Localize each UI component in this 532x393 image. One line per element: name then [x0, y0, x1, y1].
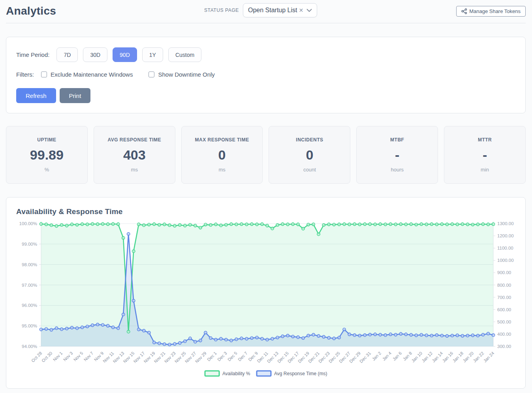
data-point[interactable]	[471, 223, 474, 226]
data-point[interactable]	[225, 338, 227, 341]
data-point[interactable]	[466, 223, 469, 226]
data-point[interactable]	[276, 224, 279, 226]
filter-checkbox-show-downtime-only[interactable]	[149, 71, 154, 77]
data-point[interactable]	[286, 334, 289, 337]
data-point[interactable]	[168, 343, 171, 346]
data-point[interactable]	[230, 223, 233, 226]
data-point[interactable]	[81, 223, 83, 226]
data-point[interactable]	[374, 223, 376, 226]
data-point[interactable]	[410, 333, 412, 336]
data-point[interactable]	[271, 227, 274, 230]
data-point[interactable]	[173, 342, 176, 345]
data-point[interactable]	[204, 331, 207, 334]
data-point[interactable]	[481, 333, 484, 336]
data-point[interactable]	[379, 223, 382, 226]
data-point[interactable]	[312, 223, 315, 226]
data-point[interactable]	[266, 338, 269, 341]
data-point[interactable]	[179, 224, 181, 226]
data-point[interactable]	[481, 223, 484, 226]
data-point[interactable]	[214, 338, 217, 341]
data-point[interactable]	[143, 329, 145, 332]
data-point[interactable]	[271, 337, 274, 340]
data-point[interactable]	[143, 224, 145, 227]
data-point[interactable]	[214, 223, 217, 226]
data-point[interactable]	[220, 224, 222, 227]
data-point[interactable]	[91, 324, 94, 327]
data-point[interactable]	[102, 222, 104, 225]
data-point[interactable]	[338, 336, 340, 339]
data-point[interactable]	[471, 334, 474, 337]
data-point[interactable]	[343, 223, 346, 226]
data-point[interactable]	[399, 223, 402, 226]
data-point[interactable]	[353, 334, 356, 337]
time-period-7d[interactable]: 7D	[56, 47, 78, 62]
data-point[interactable]	[55, 225, 58, 228]
data-point[interactable]	[333, 337, 335, 340]
data-point[interactable]	[163, 223, 166, 226]
data-point[interactable]	[112, 326, 115, 329]
data-point[interactable]	[75, 327, 78, 329]
time-period-1y[interactable]: 1Y	[142, 47, 163, 62]
data-point[interactable]	[65, 327, 68, 330]
data-point[interactable]	[132, 250, 135, 252]
data-point[interactable]	[415, 334, 417, 337]
data-point[interactable]	[179, 342, 181, 344]
data-point[interactable]	[420, 223, 423, 226]
time-period-90d[interactable]: 90D	[113, 47, 137, 62]
data-point[interactable]	[420, 333, 423, 336]
data-point[interactable]	[209, 224, 212, 226]
data-point[interactable]	[220, 337, 222, 340]
data-point[interactable]	[96, 223, 99, 226]
data-point[interactable]	[199, 226, 202, 229]
data-point[interactable]	[127, 330, 130, 333]
data-point[interactable]	[86, 223, 89, 226]
data-point[interactable]	[194, 340, 197, 343]
refresh-button[interactable]: Refresh	[16, 88, 56, 103]
data-point[interactable]	[75, 224, 78, 226]
data-point[interactable]	[45, 223, 47, 226]
status-page-select[interactable]: Open Startup List ✕	[243, 3, 317, 17]
data-point[interactable]	[461, 335, 464, 337]
data-point[interactable]	[189, 224, 192, 226]
data-point[interactable]	[245, 337, 248, 340]
data-point[interactable]	[307, 334, 310, 337]
data-point[interactable]	[307, 223, 310, 226]
data-point[interactable]	[461, 223, 464, 226]
data-point[interactable]	[81, 326, 83, 329]
data-point[interactable]	[466, 334, 469, 337]
data-point[interactable]	[153, 223, 156, 226]
data-point[interactable]	[404, 223, 407, 226]
data-point[interactable]	[291, 335, 294, 338]
data-point[interactable]	[399, 333, 402, 335]
data-point[interactable]	[492, 334, 494, 337]
data-point[interactable]	[363, 223, 366, 226]
data-point[interactable]	[245, 223, 248, 226]
data-point[interactable]	[353, 223, 356, 226]
data-point[interactable]	[240, 223, 243, 226]
data-point[interactable]	[451, 223, 453, 226]
data-point[interactable]	[456, 334, 459, 337]
data-point[interactable]	[410, 223, 412, 226]
data-point[interactable]	[60, 224, 63, 226]
data-point[interactable]	[384, 223, 387, 226]
data-point[interactable]	[302, 227, 305, 230]
data-point[interactable]	[235, 223, 238, 226]
data-point[interactable]	[456, 223, 459, 226]
data-point[interactable]	[112, 222, 115, 225]
data-point[interactable]	[70, 326, 73, 329]
data-point[interactable]	[440, 334, 443, 337]
manage-share-tokens-button[interactable]: Manage Share Tokens	[456, 6, 526, 17]
data-point[interactable]	[435, 334, 438, 337]
data-point[interactable]	[117, 223, 120, 226]
data-point[interactable]	[148, 331, 150, 334]
data-point[interactable]	[312, 333, 315, 336]
data-point[interactable]	[322, 335, 325, 338]
data-point[interactable]	[60, 328, 63, 331]
data-point[interactable]	[199, 339, 202, 342]
data-point[interactable]	[384, 334, 387, 337]
data-point[interactable]	[148, 223, 150, 226]
data-point[interactable]	[368, 333, 371, 336]
data-point[interactable]	[122, 313, 125, 316]
data-point[interactable]	[389, 223, 392, 226]
data-point[interactable]	[394, 223, 397, 226]
